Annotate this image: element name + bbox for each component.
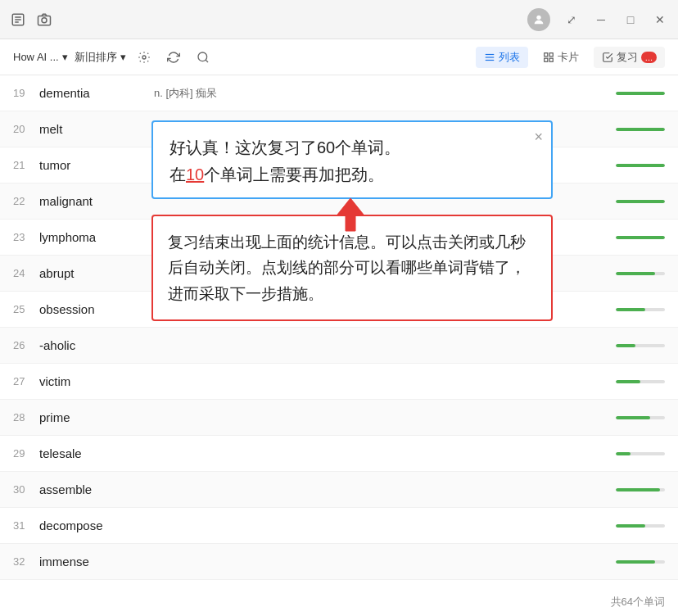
word-text: tumor — [39, 158, 154, 172]
row-number: 25 — [13, 303, 39, 315]
table-row[interactable]: 26 -aholic — [0, 328, 678, 364]
progress-bar — [616, 380, 665, 383]
review-result-popup: × 好认真！这次复习了60个单词。 在10个单词上需要再加把劲。 — [151, 120, 553, 199]
svg-rect-14 — [549, 52, 553, 56]
word-text: malignant — [39, 194, 154, 208]
minimize-icon[interactable]: ─ — [593, 11, 609, 28]
avatar[interactable] — [527, 8, 550, 31]
title-bar-left — [10, 11, 52, 28]
word-progress — [599, 560, 665, 564]
chevron-down-icon: ▾ — [120, 51, 126, 63]
review-button[interactable]: 复习 ... — [594, 47, 665, 68]
table-row[interactable]: 32 immense — [0, 544, 678, 580]
close-popup-button[interactable]: × — [534, 129, 543, 146]
word-progress — [599, 272, 665, 275]
word-text: dementia — [39, 86, 154, 100]
row-number: 28 — [13, 411, 39, 424]
progress-fill — [616, 524, 645, 528]
progress-fill — [616, 344, 635, 347]
word-progress — [599, 128, 665, 131]
progress-fill — [616, 488, 660, 491]
progress-fill — [616, 236, 665, 239]
word-list: 19 dementia n. [内科] 痴呆 20 melt vi. 熔化, 溶… — [0, 75, 678, 616]
row-number: 20 — [13, 123, 39, 135]
row-number: 23 — [13, 231, 39, 243]
progress-bar — [616, 128, 665, 131]
row-number: 24 — [13, 267, 39, 279]
progress-bar — [616, 560, 665, 564]
progress-bar — [616, 236, 665, 239]
settings-icon[interactable] — [133, 46, 156, 69]
word-text: victim — [39, 374, 154, 388]
word-text: telesale — [39, 446, 154, 460]
word-text: -aholic — [39, 338, 154, 352]
progress-bar — [616, 452, 665, 455]
progress-bar — [616, 272, 665, 275]
word-text: lymphoma — [39, 230, 154, 244]
progress-bar — [616, 92, 665, 95]
table-row[interactable]: 29 telesale — [0, 436, 678, 472]
word-text: immense — [39, 555, 154, 568]
word-text: melt — [39, 122, 154, 136]
svg-rect-15 — [545, 58, 548, 61]
mistake-count[interactable]: 10 — [186, 165, 204, 183]
word-progress — [599, 236, 665, 239]
svg-marker-17 — [337, 198, 364, 231]
expand-icon[interactable]: ⤢ — [563, 11, 580, 28]
search-icon[interactable] — [192, 46, 215, 69]
progress-fill — [616, 380, 640, 383]
word-progress — [599, 308, 665, 311]
row-number: 19 — [13, 87, 39, 99]
word-text: prime — [39, 410, 154, 424]
list-view-button[interactable]: 列表 — [476, 47, 528, 68]
row-number: 22 — [13, 195, 39, 207]
progress-bar — [616, 524, 665, 528]
word-text: assemble — [39, 482, 154, 496]
word-progress — [599, 200, 665, 203]
table-row[interactable]: 28 prime — [0, 400, 678, 436]
progress-fill — [616, 200, 665, 203]
progress-bar — [616, 308, 665, 311]
progress-fill — [616, 92, 665, 95]
row-number: 27 — [13, 375, 39, 387]
document-icon — [10, 11, 26, 28]
word-progress — [599, 488, 665, 491]
word-progress — [599, 524, 665, 528]
review-line1: 好认真！这次复习了60个单词。 — [170, 137, 535, 159]
maximize-icon[interactable]: □ — [622, 11, 639, 28]
table-row[interactable]: 31 decompose — [0, 508, 678, 544]
refresh-icon[interactable] — [162, 46, 185, 69]
row-number: 29 — [13, 447, 39, 460]
svg-point-5 — [42, 17, 47, 22]
sort-button[interactable]: 新旧排序 ▾ — [75, 50, 126, 65]
row-number: 26 — [13, 339, 39, 351]
table-row[interactable]: 30 assemble — [0, 472, 678, 508]
table-row[interactable]: 27 victim — [0, 364, 678, 400]
word-progress — [599, 344, 665, 347]
word-count: 共64个单词 — [611, 595, 665, 609]
card-view-button[interactable]: 卡片 — [535, 47, 587, 68]
title-bar-right: ⤢ ─ □ ✕ — [527, 8, 668, 31]
word-definition: n. [内科] 痴呆 — [154, 86, 599, 101]
camera-icon — [36, 11, 52, 28]
progress-bar — [616, 416, 665, 419]
row-number: 32 — [13, 555, 39, 568]
row-number: 30 — [13, 483, 39, 496]
review-badge: ... — [641, 52, 657, 63]
word-progress — [599, 92, 665, 95]
close-icon[interactable]: ✕ — [652, 11, 668, 28]
row-number: 31 — [13, 519, 39, 532]
progress-fill — [616, 128, 665, 131]
progress-bar — [616, 200, 665, 203]
deck-name-button[interactable]: How AI ... ▾ — [13, 51, 68, 63]
chevron-down-icon: ▾ — [62, 51, 68, 63]
table-row[interactable]: 19 dementia n. [内科] 痴呆 — [0, 75, 678, 111]
review-line2: 在10个单词上需要再加把劲。 — [170, 164, 535, 186]
toolbar-right: 列表 卡片 复习 ... — [476, 47, 665, 68]
progress-fill — [616, 164, 665, 167]
progress-fill — [616, 416, 650, 419]
toolbar-left: How AI ... ▾ 新旧排序 ▾ — [13, 46, 215, 69]
progress-fill — [616, 308, 645, 311]
word-text: abrupt — [39, 266, 154, 280]
word-text: decompose — [39, 519, 154, 532]
